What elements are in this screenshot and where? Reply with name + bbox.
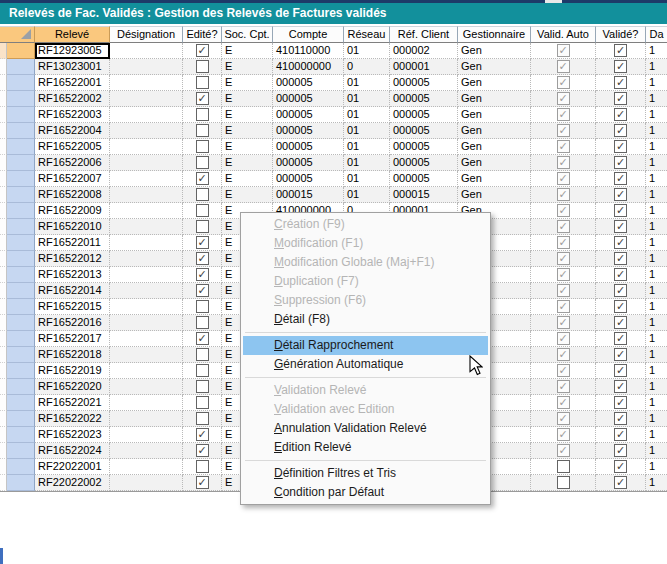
checkbox-valid-auto[interactable]: ✓ — [557, 236, 570, 249]
cell-da[interactable]: 1 — [646, 395, 667, 411]
cell-valide[interactable]: ✓ — [596, 267, 646, 283]
menu-item-condition-par-defaut[interactable]: Condition par Défaut — [243, 483, 488, 502]
row-selector[interactable] — [7, 299, 35, 315]
cell-da[interactable]: 1 — [646, 379, 667, 395]
cell-ref-client[interactable]: 000002 — [390, 43, 458, 59]
checkbox-edite[interactable] — [196, 412, 209, 425]
cell-valid-auto[interactable]: ✓ — [531, 235, 596, 251]
row-selector[interactable] — [7, 171, 35, 187]
cell-valid-auto[interactable]: ✓ — [531, 395, 596, 411]
cell-releve[interactable]: RF16522009 — [35, 203, 110, 219]
checkbox-valide[interactable]: ✓ — [614, 236, 627, 249]
cell-soc[interactable]: E — [222, 107, 273, 123]
cell-ref-client[interactable]: 000001 — [390, 59, 458, 75]
cell-valide[interactable]: ✓ — [596, 171, 646, 187]
checkbox-edite[interactable] — [196, 188, 209, 201]
menu-item-annulation-validation-releve[interactable]: Annulation Validation Relevé — [243, 419, 488, 438]
cell-valid-auto[interactable] — [531, 459, 596, 475]
cell-designation[interactable] — [110, 283, 183, 299]
cell-edite[interactable] — [183, 107, 222, 123]
cell-da[interactable]: 1 — [646, 75, 667, 91]
cell-valide[interactable]: ✓ — [596, 59, 646, 75]
cell-edite[interactable]: ✓ — [183, 91, 222, 107]
cell-edite[interactable]: ✓ — [183, 283, 222, 299]
header-cell-reseau[interactable]: Réseau — [344, 26, 390, 43]
checkbox-edite[interactable]: ✓ — [196, 332, 209, 345]
cell-gestionnaire[interactable]: Gen — [458, 171, 531, 187]
checkbox-valid-auto[interactable]: ✓ — [557, 332, 570, 345]
row-selector[interactable] — [7, 123, 35, 139]
cell-releve[interactable]: RF16522002 — [35, 91, 110, 107]
cell-gestionnaire[interactable]: Gen — [458, 139, 531, 155]
cell-da[interactable]: 1 — [646, 443, 667, 459]
cell-reseau[interactable]: 01 — [344, 139, 390, 155]
checkbox-edite[interactable] — [196, 108, 209, 121]
cell-da[interactable]: 1 — [646, 107, 667, 123]
row-selector[interactable] — [7, 283, 35, 299]
cell-valid-auto[interactable]: ✓ — [531, 43, 596, 59]
cell-designation[interactable] — [110, 43, 183, 59]
cell-gestionnaire[interactable]: Gen — [458, 107, 531, 123]
checkbox-valide[interactable]: ✓ — [614, 428, 627, 441]
checkbox-edite[interactable]: ✓ — [196, 92, 209, 105]
cell-reseau[interactable]: 01 — [344, 91, 390, 107]
cell-gestionnaire[interactable]: Gen — [458, 187, 531, 203]
checkbox-valide[interactable]: ✓ — [614, 156, 627, 169]
cell-valide[interactable]: ✓ — [596, 123, 646, 139]
row-selector[interactable] — [7, 459, 35, 475]
checkbox-valide[interactable]: ✓ — [614, 316, 627, 329]
checkbox-edite[interactable] — [196, 124, 209, 137]
cell-compte[interactable]: 000005 — [273, 155, 344, 171]
cell-releve[interactable]: RF16522022 — [35, 411, 110, 427]
cell-edite[interactable]: ✓ — [183, 443, 222, 459]
cell-soc[interactable]: E — [222, 139, 273, 155]
row-selector[interactable] — [7, 187, 35, 203]
cell-designation[interactable] — [110, 75, 183, 91]
cell-designation[interactable] — [110, 187, 183, 203]
row-selector[interactable] — [7, 379, 35, 395]
cell-gestionnaire[interactable]: Gen — [458, 75, 531, 91]
header-cell-valid-auto[interactable]: Valid. Auto — [531, 26, 596, 43]
checkbox-valide[interactable]: ✓ — [614, 60, 627, 73]
cell-ref-client[interactable]: 000005 — [390, 139, 458, 155]
checkbox-edite[interactable] — [196, 300, 209, 313]
cell-edite[interactable]: ✓ — [183, 235, 222, 251]
cell-compte[interactable]: 000005 — [273, 139, 344, 155]
checkbox-valide[interactable]: ✓ — [614, 252, 627, 265]
cell-edite[interactable]: ✓ — [183, 171, 222, 187]
header-cell-ref-client[interactable]: Réf. Client — [390, 26, 458, 43]
cell-soc[interactable]: E — [222, 187, 273, 203]
header-cell-releve[interactable]: Relevé — [35, 26, 110, 43]
cell-edite[interactable]: ✓ — [183, 427, 222, 443]
cell-releve[interactable]: RF16522019 — [35, 363, 110, 379]
cell-valid-auto[interactable]: ✓ — [531, 171, 596, 187]
cell-ref-client[interactable]: 000015 — [390, 187, 458, 203]
checkbox-valid-auto[interactable]: ✓ — [557, 284, 570, 297]
cell-edite[interactable] — [183, 363, 222, 379]
cell-reseau[interactable]: 01 — [344, 155, 390, 171]
cell-valide[interactable]: ✓ — [596, 251, 646, 267]
cell-compte[interactable]: 410110000 — [273, 43, 344, 59]
cell-edite[interactable] — [183, 395, 222, 411]
checkbox-valide[interactable]: ✓ — [614, 172, 627, 185]
checkbox-edite[interactable]: ✓ — [196, 476, 209, 489]
cell-compte[interactable]: 000005 — [273, 171, 344, 187]
checkbox-valid-auto[interactable]: ✓ — [557, 60, 570, 73]
menu-item-generation-automatique[interactable]: Génération Automatique — [243, 355, 488, 374]
cell-edite[interactable]: ✓ — [183, 331, 222, 347]
checkbox-valide[interactable]: ✓ — [614, 268, 627, 281]
cell-da[interactable]: 1 — [646, 459, 667, 475]
cell-designation[interactable] — [110, 475, 183, 491]
cell-designation[interactable] — [110, 203, 183, 219]
cell-da[interactable]: 1 — [646, 331, 667, 347]
checkbox-valid-auto[interactable] — [557, 460, 570, 473]
checkbox-valid-auto[interactable]: ✓ — [557, 188, 570, 201]
row-selector[interactable] — [7, 59, 35, 75]
cell-reseau[interactable]: 01 — [344, 75, 390, 91]
cell-valid-auto[interactable]: ✓ — [531, 267, 596, 283]
cell-valid-auto[interactable]: ✓ — [531, 219, 596, 235]
checkbox-valid-auto[interactable]: ✓ — [557, 252, 570, 265]
cell-valide[interactable]: ✓ — [596, 43, 646, 59]
cell-reseau[interactable]: 01 — [344, 187, 390, 203]
cell-designation[interactable] — [110, 379, 183, 395]
